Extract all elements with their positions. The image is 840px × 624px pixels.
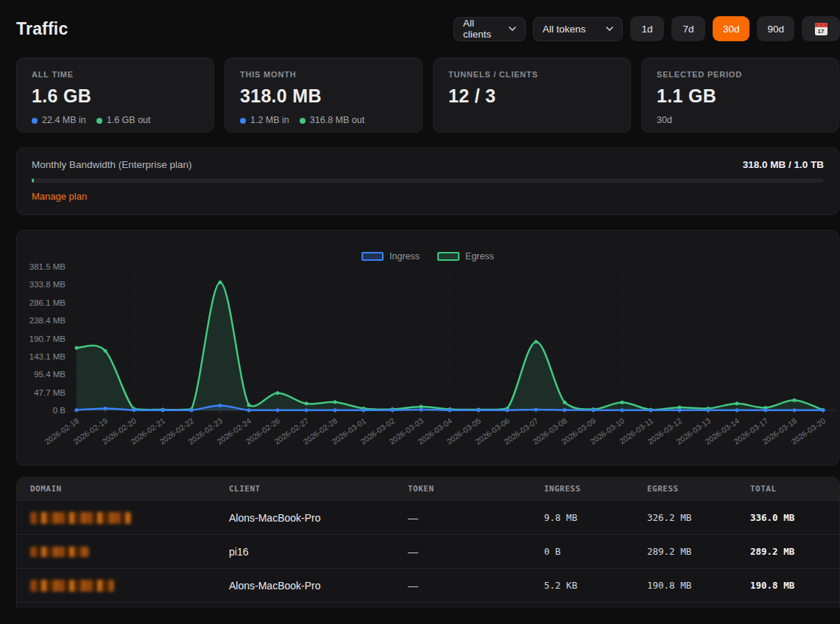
token-cell: — <box>395 580 531 592</box>
table-row-clipped <box>17 602 839 608</box>
svg-text:47.7 MB: 47.7 MB <box>34 388 66 397</box>
legend-item-egress[interactable]: Egress <box>437 251 494 262</box>
client-filter-select[interactable]: All clients <box>453 17 526 41</box>
chevron-down-icon <box>606 27 613 31</box>
svg-text:333.8 MB: 333.8 MB <box>29 280 66 289</box>
egress-dot-icon <box>300 118 306 124</box>
col-total: TOTAL <box>737 484 839 494</box>
col-token: TOKEN <box>395 484 531 494</box>
stat-card-all-time: ALL TIME 1.6 GB 22.4 MB in 1.6 GB out <box>16 57 214 133</box>
redacted-domain <box>30 547 89 557</box>
egress-cell: 326.2 MB <box>634 512 737 523</box>
custom-range-button[interactable]: 17 <box>802 16 840 41</box>
traffic-table: DOMAIN CLIENT TOKEN INGRESS EGRESS TOTAL… <box>16 477 840 608</box>
ingress-cell: 9.8 MB <box>531 512 634 523</box>
total-cell: 289.2 MB <box>737 546 839 557</box>
chevron-down-icon <box>509 27 516 31</box>
svg-text:190.7 MB: 190.7 MB <box>29 334 66 343</box>
egress-cell: 289.2 MB <box>634 546 737 557</box>
stat-cards: ALL TIME 1.6 GB 22.4 MB in 1.6 GB out TH… <box>16 57 839 133</box>
token-filter-value: All tokens <box>543 24 586 35</box>
period-sub: 30d <box>657 115 824 125</box>
col-egress: EGRESS <box>634 484 737 494</box>
egress-stat: 1.6 GB out <box>96 115 151 125</box>
ingress-dot-icon <box>32 118 38 124</box>
calendar-icon: 17 <box>815 23 827 35</box>
stat-label: SELECTED PERIOD <box>657 70 824 79</box>
col-ingress: INGRESS <box>531 484 634 494</box>
client-cell: Alons-MacBook-Pro <box>216 512 395 524</box>
egress-cell: 190.8 MB <box>634 580 737 591</box>
stat-label: TUNNELS / CLIENTS <box>448 70 615 79</box>
stat-value: 12 / 3 <box>448 85 615 107</box>
client-cell: Alons-MacBook-Pro <box>216 580 395 592</box>
chart-legend: Ingress Egress <box>17 251 839 262</box>
svg-text:286.1 MB: 286.1 MB <box>29 298 66 307</box>
ingress-swatch-icon <box>361 252 384 261</box>
stat-value: 1.6 GB <box>32 85 199 107</box>
range-button-90d[interactable]: 90d <box>757 16 794 41</box>
svg-text:381.5 MB: 381.5 MB <box>29 262 66 271</box>
traffic-page: Traffic All clients All tokens 1d 7d 30d… <box>0 0 840 608</box>
page-header: Traffic All clients All tokens 1d 7d 30d… <box>16 0 840 57</box>
token-cell: — <box>395 512 531 524</box>
redacted-domain <box>30 512 132 524</box>
svg-text:95.4 MB: 95.4 MB <box>34 370 66 379</box>
redacted-domain <box>30 580 114 592</box>
ingress-cell: 5.2 KB <box>531 580 634 591</box>
svg-text:143.1 MB: 143.1 MB <box>29 352 66 361</box>
range-button-30d[interactable]: 30d <box>713 16 750 41</box>
egress-stat: 316.8 MB out <box>300 115 364 125</box>
token-filter-select[interactable]: All tokens <box>533 17 623 41</box>
traffic-chart-panel: Ingress Egress 0 B47.7 MB95.4 MB143.1 MB… <box>16 230 839 466</box>
ingress-stat: 1.2 MB in <box>240 115 289 125</box>
ingress-stat: 22.4 MB in <box>32 115 86 125</box>
total-cell: 336.0 MB <box>737 512 839 523</box>
table-row[interactable]: pi16 — 0 B 289.2 MB 289.2 MB <box>17 534 839 568</box>
col-client: CLIENT <box>216 484 395 494</box>
bandwidth-panel: Monthly Bandwidth (Enterprise plan) 318.… <box>16 147 839 215</box>
egress-swatch-icon <box>437 252 459 261</box>
stat-value: 318.0 MB <box>240 85 407 107</box>
range-button-1d[interactable]: 1d <box>630 16 664 41</box>
stat-card-selected-period: SELECTED PERIOD 1.1 GB 30d <box>641 57 839 133</box>
bandwidth-progress-fill <box>32 178 34 183</box>
svg-text:0 B: 0 B <box>53 406 66 415</box>
page-title: Traffic <box>16 19 68 39</box>
manage-plan-link[interactable]: Manage plan <box>32 191 87 202</box>
client-cell: pi16 <box>216 546 395 558</box>
token-cell: — <box>395 546 531 558</box>
total-cell: 190.8 MB <box>737 580 839 591</box>
range-button-7d[interactable]: 7d <box>671 16 705 41</box>
ingress-dot-icon <box>240 118 246 124</box>
egress-dot-icon <box>96 118 102 124</box>
stat-label: THIS MONTH <box>240 70 407 79</box>
ingress-cell: 0 B <box>531 546 634 557</box>
bandwidth-title: Monthly Bandwidth (Enterprise plan) <box>32 159 192 170</box>
table-row[interactable]: Alons-MacBook-Pro — 9.8 MB 326.2 MB 336.… <box>17 500 839 534</box>
traffic-chart[interactable]: 0 B47.7 MB95.4 MB143.1 MB190.7 MB238.4 M… <box>17 231 839 465</box>
bandwidth-usage: 318.0 MB / 1.0 TB <box>743 159 824 170</box>
col-domain: DOMAIN <box>17 484 216 494</box>
legend-item-ingress[interactable]: Ingress <box>361 251 420 262</box>
stat-card-tunnels-clients: TUNNELS / CLIENTS 12 / 3 <box>433 57 631 133</box>
stat-value: 1.1 GB <box>657 85 824 107</box>
client-filter-value: All clients <box>463 18 501 40</box>
bandwidth-progressbar <box>32 178 824 183</box>
stat-card-this-month: THIS MONTH 318.0 MB 1.2 MB in 316.8 MB o… <box>225 57 423 133</box>
stat-label: ALL TIME <box>32 70 199 79</box>
table-header: DOMAIN CLIENT TOKEN INGRESS EGRESS TOTAL <box>17 477 839 500</box>
svg-text:238.4 MB: 238.4 MB <box>29 316 66 325</box>
header-controls: All clients All tokens 1d 7d 30d 90d 17 <box>453 16 840 41</box>
table-row[interactable]: Alons-MacBook-Pro — 5.2 KB 190.8 MB 190.… <box>17 568 839 602</box>
